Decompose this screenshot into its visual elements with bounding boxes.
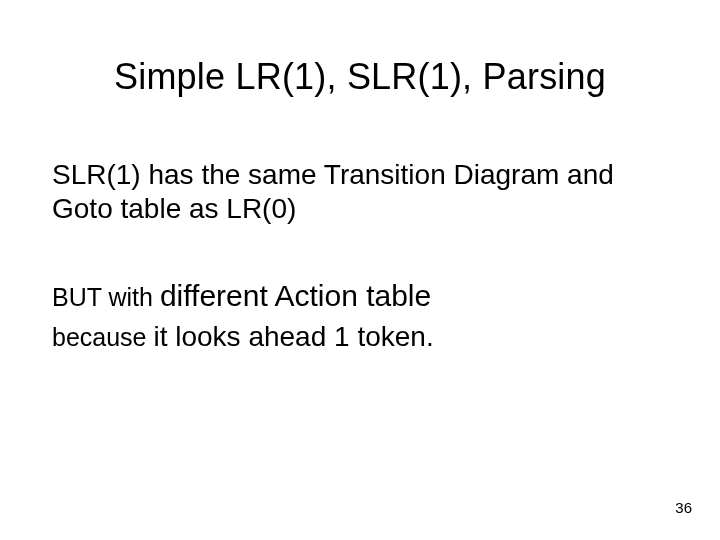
- paragraph-3-emphasis: it looks ahead 1 token.: [153, 321, 433, 352]
- slide-title: Simple LR(1), SLR(1), Parsing: [0, 56, 720, 98]
- slide-body: SLR(1) has the same Transition Diagram a…: [52, 158, 660, 353]
- paragraph-3-prefix: because: [52, 323, 153, 351]
- page-number: 36: [675, 499, 692, 516]
- paragraph-2: BUT with different Action table: [52, 277, 660, 315]
- slide: Simple LR(1), SLR(1), Parsing SLR(1) has…: [0, 0, 720, 540]
- paragraph-3: because it looks ahead 1 token.: [52, 321, 660, 353]
- paragraph-2-emphasis: different Action table: [160, 279, 431, 312]
- paragraph-1: SLR(1) has the same Transition Diagram a…: [52, 158, 660, 225]
- paragraph-2-prefix: BUT with: [52, 283, 160, 311]
